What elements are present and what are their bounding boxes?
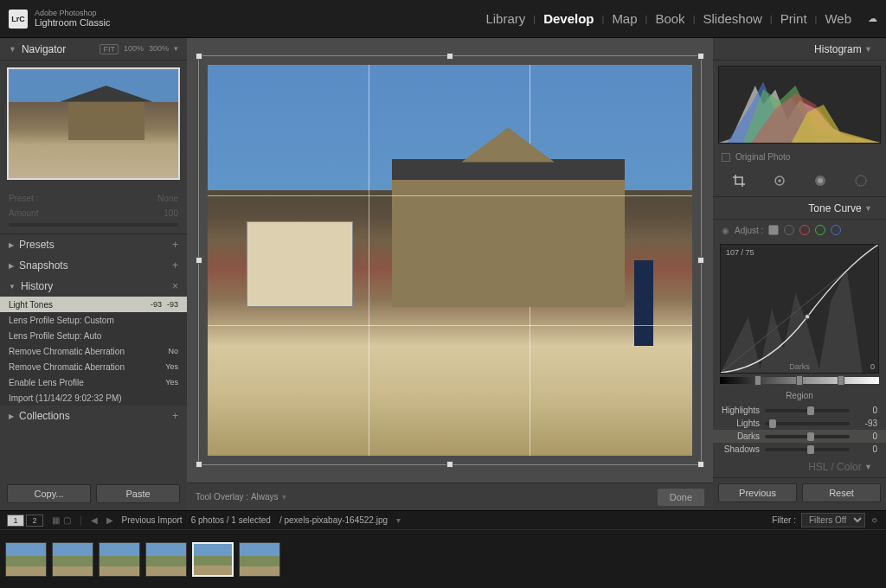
center-canvas: Tool Overlay : Always ▾ Done: [187, 38, 713, 510]
history-item[interactable]: Remove Chromatic AberrationYes: [0, 359, 187, 374]
history-item[interactable]: Remove Chromatic AberrationNo: [0, 343, 187, 359]
crop-handle[interactable]: [697, 257, 704, 264]
crop-handle[interactable]: [446, 53, 453, 60]
filmstrip-thumb[interactable]: [5, 542, 47, 577]
done-button[interactable]: Done: [658, 489, 704, 506]
nav-fwd-icon[interactable]: ▶: [106, 515, 113, 525]
filmstrip-thumb[interactable]: [99, 542, 140, 577]
history-item[interactable]: Light Tones-93-93: [0, 297, 187, 312]
healing-tool-icon[interactable]: [771, 172, 788, 189]
history-item[interactable]: Lens Profile Setup: Custom: [0, 312, 187, 328]
crop-handle[interactable]: [196, 257, 202, 264]
thumbnail-strip[interactable]: [0, 530, 886, 588]
crop-handle[interactable]: [697, 461, 704, 468]
tool-overlay-value[interactable]: Always: [251, 492, 279, 502]
histogram-display[interactable]: [718, 66, 881, 144]
module-library[interactable]: Library: [478, 11, 533, 26]
chevron-down-icon: ▼: [864, 463, 872, 471]
curve-channel-blue[interactable]: [831, 225, 841, 235]
original-photo-toggle[interactable]: Original Photo: [713, 149, 886, 165]
screen-2-button[interactable]: 2: [26, 514, 43, 527]
screen-switcher: 1 2: [7, 514, 43, 527]
reset-button[interactable]: Reset: [802, 483, 881, 502]
region-slider-lights[interactable]: Lights-93: [713, 417, 886, 430]
lock-icon[interactable]: ⭘: [870, 515, 879, 525]
navigator-title: Navigator: [22, 43, 100, 55]
chevron-right-icon: ▶: [9, 412, 14, 420]
photo-count: 6 photos / 1 selected: [191, 515, 271, 525]
chevron-down-icon[interactable]: ▾: [174, 44, 178, 54]
paste-button[interactable]: Paste: [96, 484, 180, 503]
crop-handle[interactable]: [196, 461, 202, 468]
chevron-down-icon: ▼: [9, 283, 16, 291]
grid-view-icon[interactable]: ▦: [52, 515, 60, 525]
curve-channel-green[interactable]: [815, 225, 825, 235]
history-item[interactable]: Import (11/14/22 9:02:32 PM): [0, 390, 187, 406]
navigator-header[interactable]: ▼ Navigator FIT 100% 300% ▾: [0, 38, 187, 61]
breadcrumb[interactable]: Previous Import: [122, 515, 183, 525]
tone-curve-header[interactable]: Tone Curve ▼: [713, 197, 886, 220]
crop-handle[interactable]: [446, 461, 453, 468]
filter-select[interactable]: Filters Off: [801, 513, 865, 527]
photo-crop-overlay[interactable]: [208, 65, 692, 456]
svg-point-4: [856, 176, 866, 186]
curve-channel-point[interactable]: [784, 225, 794, 235]
region-slider-highlights[interactable]: Highlights0: [713, 404, 886, 417]
hsl-color-header[interactable]: HSL / Color ▼: [713, 456, 886, 478]
crop-handle[interactable]: [697, 53, 704, 60]
app-title: Adobe Photoshop Lightroom Classic: [35, 10, 110, 29]
history-panel-header[interactable]: ▼History×: [0, 276, 187, 297]
history-item[interactable]: Enable Lens ProfileYes: [0, 374, 187, 390]
zoom-fit[interactable]: FIT: [100, 44, 119, 54]
filmstrip-thumb[interactable]: [239, 542, 280, 577]
filmstrip-thumb[interactable]: [192, 542, 234, 577]
module-develop[interactable]: Develop: [536, 11, 601, 26]
screen-1-button[interactable]: 1: [7, 514, 24, 527]
zoom-100[interactable]: 100%: [124, 44, 144, 54]
region-slider-shadows[interactable]: Shadows0: [713, 443, 886, 456]
curve-channel-red[interactable]: [799, 225, 810, 235]
loupe-view-icon[interactable]: ▢: [63, 515, 71, 525]
tone-curve-split-bar[interactable]: [720, 377, 879, 384]
right-panel: Histogram ▼ Original Photo Tone Curve ▼: [713, 38, 886, 510]
chevron-down-icon: ▼: [864, 204, 872, 213]
module-print[interactable]: Print: [773, 11, 815, 26]
filmstrip-thumb[interactable]: [145, 542, 187, 577]
snapshots-panel-header[interactable]: ▶Snapshots+: [0, 255, 187, 276]
previous-button[interactable]: Previous: [718, 483, 797, 502]
cloud-sync-icon[interactable]: ☁: [868, 13, 877, 24]
plus-icon[interactable]: +: [172, 410, 178, 422]
history-item[interactable]: Lens Profile Setup: Auto: [0, 328, 187, 343]
collections-panel-header[interactable]: ▶Collections+: [0, 406, 187, 426]
canvas-area[interactable]: [187, 38, 713, 483]
module-map[interactable]: Map: [604, 11, 645, 26]
close-icon[interactable]: ×: [172, 280, 178, 292]
plus-icon[interactable]: +: [172, 239, 178, 251]
radial-tool-icon[interactable]: [852, 172, 870, 189]
plus-icon[interactable]: +: [172, 259, 178, 272]
region-label: Region: [713, 387, 886, 404]
region-slider-darks[interactable]: Darks0: [713, 430, 886, 443]
histogram-header[interactable]: Histogram ▼: [713, 38, 886, 61]
crop-tool-icon[interactable]: [730, 172, 748, 189]
module-web[interactable]: Web: [817, 11, 859, 26]
app-logo: LrC: [9, 10, 28, 29]
navigator-zoom-buttons: FIT 100% 300% ▾: [100, 44, 178, 54]
chevron-right-icon: ▶: [9, 262, 14, 270]
nav-back-icon[interactable]: ◀: [91, 515, 98, 525]
curve-channel-parametric[interactable]: [768, 225, 779, 235]
navigator-thumbnail[interactable]: [7, 67, 180, 180]
tone-curve-graph[interactable]: 107 / 75 Darks 0: [720, 244, 879, 374]
chevron-down-icon[interactable]: ▾: [282, 492, 286, 502]
module-slideshow[interactable]: Slideshow: [695, 11, 769, 26]
module-book[interactable]: Book: [647, 11, 692, 26]
zoom-300[interactable]: 300%: [149, 44, 169, 54]
presets-panel-header[interactable]: ▶Presets+: [0, 234, 187, 255]
mask-tool-icon[interactable]: [812, 172, 829, 189]
crop-handle[interactable]: [196, 53, 202, 60]
checkbox-icon[interactable]: [722, 153, 730, 162]
filmstrip-thumb[interactable]: [52, 542, 93, 577]
chevron-down-icon[interactable]: ▾: [396, 515, 401, 525]
copy-button[interactable]: Copy...: [7, 484, 91, 503]
navigator-preview[interactable]: [0, 61, 187, 187]
